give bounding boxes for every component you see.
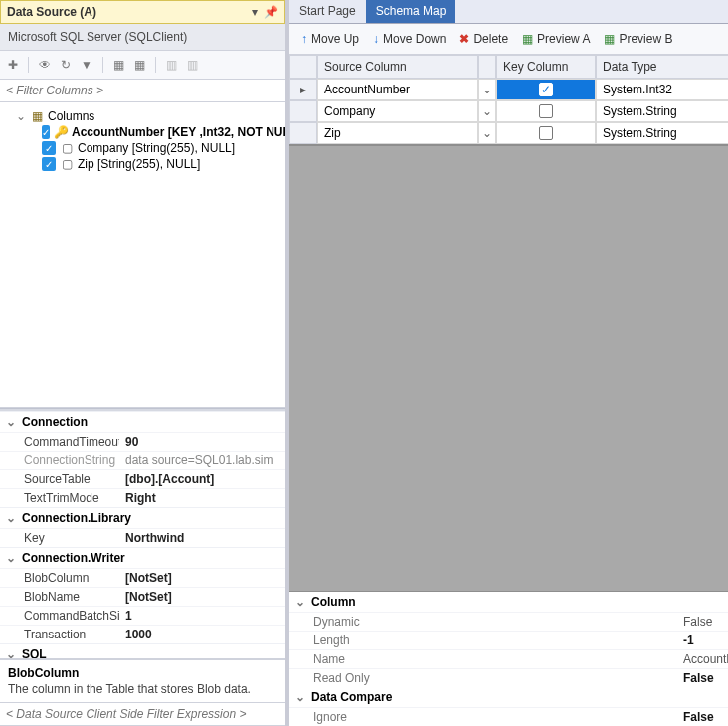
cell-key[interactable] xyxy=(496,122,596,144)
filter-icon[interactable]: ▼ xyxy=(81,58,92,72)
property-category[interactable]: ⌄Connection.Library xyxy=(0,507,285,528)
property-value[interactable]: AccountNumber xyxy=(677,650,728,668)
dropdown-icon[interactable]: ⌄ xyxy=(478,79,496,100)
dropdown-icon[interactable]: ▾ xyxy=(252,5,258,19)
property-value[interactable]: [dbo].[Account] xyxy=(119,470,285,488)
cell-type[interactable]: System.Int32 xyxy=(596,79,728,100)
delete-icon xyxy=(459,32,469,46)
preview-b-button[interactable]: Preview B xyxy=(600,30,676,48)
cell-source[interactable]: AccountNumber xyxy=(317,79,478,100)
table-add-icon[interactable]: ▦ xyxy=(113,58,124,72)
schema-grid[interactable]: Source Column Key Column Data Type▸ Acco… xyxy=(289,55,728,146)
property-value[interactable]: Right xyxy=(119,489,285,507)
row-header[interactable] xyxy=(289,100,317,122)
column-icon: ▢ xyxy=(60,157,74,171)
expander-icon[interactable]: ⌄ xyxy=(6,551,16,565)
expander-icon[interactable]: ⌄ xyxy=(295,690,305,704)
filter-columns-input[interactable] xyxy=(0,80,285,102)
property-value[interactable]: 90 xyxy=(119,433,285,451)
row-header[interactable] xyxy=(289,122,317,144)
cell-source[interactable]: Zip xyxy=(317,122,478,144)
filter-expression-input[interactable] xyxy=(0,702,285,726)
property-value[interactable]: [NotSet] xyxy=(119,569,285,587)
expander-icon[interactable]: ⌄ xyxy=(6,647,16,659)
tree-item-label: Zip [String(255), NULL] xyxy=(78,157,200,171)
property-value[interactable]: Northwind xyxy=(119,529,285,547)
dropdown-icon[interactable]: ⌄ xyxy=(478,100,496,122)
property-value[interactable]: data source=SQL01.lab.sim xyxy=(119,452,285,469)
tree-item[interactable]: ✓ ▢ Zip [String(255), NULL] xyxy=(6,156,285,172)
property-row[interactable]: Name AccountNumber xyxy=(289,649,728,668)
columns-tree[interactable]: ⌄ ▦ Columns ✓ 🔑 AccountNumber [KEY ,Int3… xyxy=(0,102,285,408)
property-row[interactable]: CommandBatchSize 1 xyxy=(0,606,285,625)
eye-icon[interactable]: 👁 xyxy=(39,58,51,72)
grid-empty-area xyxy=(289,146,728,591)
property-value[interactable]: False xyxy=(677,613,728,631)
property-category[interactable]: ⌄Connection.Writer xyxy=(0,547,285,568)
cell-key[interactable] xyxy=(496,100,596,122)
moveup-button[interactable]: Move Up xyxy=(297,30,363,48)
property-value[interactable]: [NotSet] xyxy=(119,588,285,606)
property-row[interactable]: Read Only False xyxy=(289,668,728,687)
property-row[interactable]: TextTrimMode Right xyxy=(0,488,285,507)
cell-type[interactable]: System.String xyxy=(596,100,728,122)
grid1-icon[interactable]: ▥ xyxy=(166,58,177,72)
property-grid[interactable]: ⌄ConnectionCommandTimeout 90ConnectionSt… xyxy=(0,411,285,659)
property-row[interactable]: Length -1 xyxy=(289,631,728,649)
add-icon[interactable]: ✚ xyxy=(8,58,18,72)
property-row[interactable]: Dynamic False xyxy=(289,612,728,631)
property-row[interactable]: SourceTable [dbo].[Account] xyxy=(0,469,285,488)
tab-start-page[interactable]: Start Page xyxy=(289,0,366,23)
tree-root[interactable]: ⌄ ▦ Columns xyxy=(6,108,285,124)
property-row[interactable]: BlobName [NotSet] xyxy=(0,587,285,606)
cell-key[interactable]: ✓ xyxy=(496,79,596,100)
dropdown-icon[interactable]: ⌄ xyxy=(478,122,496,144)
column-properties[interactable]: ⌄ColumnDynamic FalseLength -1Name Accoun… xyxy=(289,591,728,726)
tree-item[interactable]: ✓ ▢ Company [String(255), NULL] xyxy=(6,140,285,156)
panel-title-bar: Data Source (A) ▾ 📌 xyxy=(0,0,285,24)
property-value[interactable]: False xyxy=(677,669,728,687)
expander-icon[interactable]: ⌄ xyxy=(295,595,305,609)
property-row[interactable]: ConnectionString data source=SQL01.lab.s… xyxy=(0,451,285,469)
property-value[interactable]: 1 xyxy=(119,607,285,625)
schema-toolbar: Move Up Move Down Delete Preview A Previ… xyxy=(289,24,728,55)
property-category[interactable]: ⌄Connection xyxy=(0,411,285,432)
property-row[interactable]: Key Northwind xyxy=(0,528,285,547)
left-toolbar: ✚ 👁 ↻ ▼ ▦ ▦ ▥ ▥ xyxy=(0,51,285,80)
property-value[interactable]: False xyxy=(677,708,728,726)
row-header[interactable]: ▸ xyxy=(289,79,317,100)
property-row[interactable]: BlobColumn [NotSet] xyxy=(0,568,285,587)
property-row[interactable]: Ignore False xyxy=(289,707,728,726)
cell-type[interactable]: System.String xyxy=(596,122,728,144)
checkbox-icon[interactable]: ✓ xyxy=(42,157,56,171)
table-del-icon[interactable]: ▦ xyxy=(134,58,145,72)
property-row[interactable]: Transaction 1000 xyxy=(0,625,285,643)
refresh-icon[interactable]: ↻ xyxy=(61,58,71,72)
header-key[interactable]: Key Column xyxy=(496,55,596,79)
property-row[interactable]: CommandTimeout 90 xyxy=(0,432,285,451)
preview-icon xyxy=(604,32,615,46)
pin-icon[interactable]: 📌 xyxy=(264,5,278,19)
property-value[interactable]: -1 xyxy=(677,632,728,649)
expander-icon[interactable]: ⌄ xyxy=(6,511,16,525)
tab-schema-map[interactable]: Schema Map xyxy=(366,0,456,23)
header-type[interactable]: Data Type xyxy=(596,55,728,79)
property-category[interactable]: ⌄SQL xyxy=(0,643,285,659)
checkbox-icon[interactable]: ✓ xyxy=(42,141,56,155)
grid2-icon[interactable]: ▥ xyxy=(187,58,198,72)
property-value[interactable]: 1000 xyxy=(119,626,285,643)
property-category[interactable]: ⌄Column xyxy=(289,592,728,612)
arrow-up-icon xyxy=(301,32,307,46)
preview-a-button[interactable]: Preview A xyxy=(518,30,594,48)
tree-item[interactable]: ✓ 🔑 AccountNumber [KEY ,Int32, NOT NULL] xyxy=(6,124,285,140)
help-title: BlobColumn xyxy=(8,666,277,680)
property-name: Name xyxy=(289,650,677,668)
cell-source[interactable]: Company xyxy=(317,100,478,122)
property-category[interactable]: ⌄Data Compare xyxy=(289,687,728,707)
movedown-button[interactable]: Move Down xyxy=(369,30,450,48)
checkbox-icon[interactable]: ✓ xyxy=(42,125,50,139)
header-source[interactable]: Source Column xyxy=(317,55,478,79)
delete-button[interactable]: Delete xyxy=(455,30,512,48)
expander-icon[interactable]: ⌄ xyxy=(16,109,26,123)
expander-icon[interactable]: ⌄ xyxy=(6,415,16,429)
